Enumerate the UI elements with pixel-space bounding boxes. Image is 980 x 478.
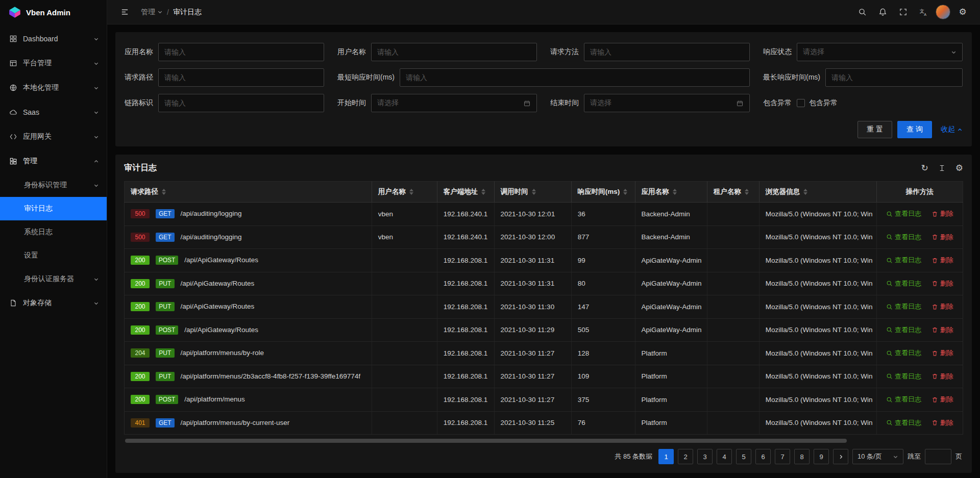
table-row[interactable]: 200 POST /api/platform/menus 192.168.208… bbox=[125, 388, 963, 412]
delete-button[interactable]: 删除 bbox=[932, 279, 953, 288]
page-button[interactable]: 7 bbox=[775, 449, 790, 464]
delete-button[interactable]: 删除 bbox=[932, 325, 953, 335]
sidebar-item-object-storage[interactable]: 对象存储 bbox=[0, 291, 107, 315]
table-row[interactable]: 500 GET /api/auditing/logging vben 192.1… bbox=[125, 225, 963, 249]
menu-fold-button[interactable] bbox=[116, 4, 133, 20]
browser-info-cell: Mozilla/5.0 (Windows NT 10.0; Win bbox=[759, 272, 876, 295]
user-avatar[interactable] bbox=[936, 5, 950, 19]
view-log-button[interactable]: 查看日志 bbox=[886, 372, 921, 381]
max-response-time-input[interactable] bbox=[825, 68, 963, 87]
table-row[interactable]: 401 GET /api/platform/menus/by-current-u… bbox=[125, 411, 963, 435]
column-header[interactable]: 操作方法 bbox=[876, 182, 963, 203]
refresh-button[interactable]: ↻ bbox=[921, 164, 928, 172]
row-height-button[interactable] bbox=[938, 164, 946, 172]
next-page-button[interactable] bbox=[833, 449, 848, 464]
column-header[interactable]: 用户名称 bbox=[372, 182, 437, 203]
exception-checkbox[interactable] bbox=[797, 99, 805, 107]
delete-button[interactable]: 删除 bbox=[932, 348, 953, 358]
user-name-input[interactable] bbox=[371, 43, 537, 61]
table-row[interactable]: 200 PUT /api/ApiGateway/Routes 192.168.2… bbox=[125, 295, 963, 319]
column-header[interactable]: 租户名称 bbox=[707, 182, 759, 203]
notifications-button[interactable] bbox=[874, 4, 891, 20]
search-button[interactable] bbox=[854, 4, 870, 20]
collapse-form-link[interactable]: 收起 bbox=[941, 125, 963, 134]
view-log-button[interactable]: 查看日志 bbox=[886, 279, 921, 288]
view-log-button[interactable]: 查看日志 bbox=[886, 256, 921, 265]
column-header[interactable]: 响应时间(ms) bbox=[571, 182, 635, 203]
request-path-input[interactable] bbox=[158, 68, 324, 87]
sidebar-item-localization[interactable]: 本地化管理 bbox=[0, 76, 107, 100]
sort-icons[interactable] bbox=[745, 189, 749, 195]
sidebar-item-dashboard[interactable]: Dashboard bbox=[0, 27, 107, 51]
fullscreen-button[interactable] bbox=[895, 4, 911, 20]
page-button[interactable]: 4 bbox=[717, 449, 732, 464]
sidebar-subitem[interactable]: 系统日志 bbox=[0, 220, 107, 244]
delete-button[interactable]: 删除 bbox=[932, 395, 953, 404]
column-header[interactable]: 请求路径 bbox=[125, 182, 372, 203]
sidebar-subitem[interactable]: 设置 bbox=[0, 244, 107, 267]
view-log-button[interactable]: 查看日志 bbox=[886, 209, 921, 218]
column-header[interactable]: 调用时间 bbox=[494, 182, 571, 203]
reset-button[interactable]: 重 置 bbox=[857, 121, 892, 138]
app-name-input[interactable] bbox=[158, 43, 324, 61]
delete-button[interactable]: 删除 bbox=[932, 256, 953, 265]
sidebar-item-platform[interactable]: 平台管理 bbox=[0, 51, 107, 76]
page-button[interactable]: 5 bbox=[736, 449, 751, 464]
delete-button[interactable]: 删除 bbox=[932, 209, 953, 218]
view-log-button[interactable]: 查看日志 bbox=[886, 233, 921, 242]
sort-icons[interactable] bbox=[673, 189, 677, 195]
sidebar-subitem[interactable]: 身份认证服务器 bbox=[0, 267, 107, 291]
sidebar-item-saas[interactable]: Saas bbox=[0, 100, 107, 124]
page-button[interactable]: 3 bbox=[697, 449, 713, 464]
view-log-button[interactable]: 查看日志 bbox=[886, 418, 921, 427]
sidebar-item-gateway[interactable]: 应用网关 bbox=[0, 124, 107, 149]
column-header[interactable]: 应用名称 bbox=[635, 182, 707, 203]
sidebar-subitem[interactable]: 审计日志 bbox=[0, 197, 107, 220]
column-settings-button[interactable]: ⚙ bbox=[955, 164, 963, 172]
delete-button[interactable]: 删除 bbox=[932, 302, 953, 311]
sort-icons[interactable] bbox=[532, 189, 536, 195]
delete-button[interactable]: 删除 bbox=[932, 372, 953, 381]
page-button[interactable]: 1 bbox=[658, 449, 674, 464]
sidebar-item-management[interactable]: 管理 bbox=[0, 149, 107, 173]
table-row[interactable]: 500 GET /api/auditing/logging vben 192.1… bbox=[125, 203, 963, 226]
view-log-button[interactable]: 查看日志 bbox=[886, 395, 921, 404]
page-button[interactable]: 8 bbox=[794, 449, 810, 464]
settings-button[interactable]: ⚙ bbox=[954, 4, 971, 20]
http-method-input[interactable] bbox=[584, 43, 750, 61]
delete-button[interactable]: 删除 bbox=[932, 418, 953, 427]
breadcrumb-parent[interactable]: 管理 bbox=[141, 8, 163, 17]
sidebar-subitem[interactable]: 身份标识管理 bbox=[0, 173, 107, 197]
table-row[interactable]: 200 POST /api/ApiGateway/Routes 192.168.… bbox=[125, 249, 963, 272]
sort-icons[interactable] bbox=[803, 189, 807, 195]
logo[interactable]: Vben Admin bbox=[0, 0, 107, 24]
view-log-button[interactable]: 查看日志 bbox=[886, 302, 921, 311]
sort-icons[interactable] bbox=[623, 189, 627, 195]
min-response-time-input[interactable] bbox=[400, 68, 750, 87]
sort-icons[interactable] bbox=[162, 189, 166, 195]
table-row[interactable]: 200 PUT /api/platform/menus/2b3accf8-4fb… bbox=[125, 365, 963, 388]
view-log-button[interactable]: 查看日志 bbox=[886, 325, 921, 335]
scrollbar-thumb[interactable] bbox=[125, 439, 847, 443]
view-log-button[interactable]: 查看日志 bbox=[886, 348, 921, 358]
delete-button[interactable]: 删除 bbox=[932, 233, 953, 242]
response-status-select[interactable]: 请选择 bbox=[797, 43, 963, 61]
jump-to-input[interactable] bbox=[925, 449, 951, 464]
sort-icons[interactable] bbox=[409, 189, 413, 195]
start-time-picker[interactable]: 请选择 bbox=[371, 94, 537, 112]
table-row[interactable]: 200 PUT /api/ApiGateway/Routes 192.168.2… bbox=[125, 272, 963, 295]
column-header[interactable]: 浏览器信息 bbox=[759, 182, 876, 203]
page-button[interactable]: 6 bbox=[755, 449, 771, 464]
table-row[interactable]: 204 PUT /api/platform/menus/by-role 192.… bbox=[125, 342, 963, 365]
trace-id-input[interactable] bbox=[158, 94, 324, 112]
locale-button[interactable]: 文A bbox=[915, 4, 932, 20]
browser-info-cell: Mozilla/5.0 (Windows NT 10.0; Win bbox=[759, 411, 876, 435]
page-size-select[interactable]: 10 条/页 bbox=[852, 449, 903, 464]
column-header[interactable]: 客户端地址 bbox=[437, 182, 494, 203]
query-button[interactable]: 查 询 bbox=[897, 121, 932, 138]
table-row[interactable]: 200 POST /api/ApiGateway/Routes 192.168.… bbox=[125, 318, 963, 342]
page-button[interactable]: 9 bbox=[814, 449, 829, 464]
sort-icons[interactable] bbox=[481, 189, 485, 195]
page-button[interactable]: 2 bbox=[678, 449, 693, 464]
end-time-picker[interactable]: 请选择 bbox=[584, 94, 750, 112]
